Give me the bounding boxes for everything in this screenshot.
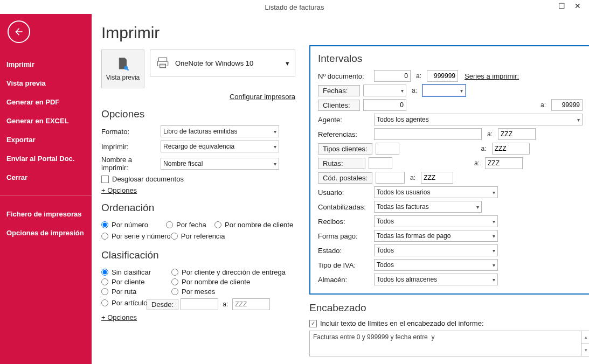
estado-label: Estado:: [318, 246, 371, 256]
clas-por-meses[interactable]: Por meses: [171, 288, 295, 296]
opciones-heading: Opciones: [101, 108, 295, 120]
usuario-select[interactable]: Todos los usuarios▾: [374, 186, 498, 198]
clas-por-ruta[interactable]: Por ruta: [101, 288, 166, 296]
encabezado-textarea[interactable]: [309, 331, 581, 356]
clas-por-articulo[interactable]: Por artículo: [101, 299, 147, 307]
rutas-button[interactable]: Rutas:: [318, 158, 365, 169]
printer-icon: [156, 56, 170, 70]
desglosar-checkbox[interactable]: [101, 176, 109, 183]
sidebar-item-exportar[interactable]: Exportar: [0, 130, 92, 149]
opciones-more-link[interactable]: + Opciones: [101, 186, 137, 194]
sidebar-item-fichero-impresoras[interactable]: Fichero de impresoras: [0, 205, 92, 223]
contab-select[interactable]: Todas las facturas▾: [374, 201, 482, 213]
fechas-from-select[interactable]: ▾: [363, 85, 406, 96]
a-label: a:: [220, 300, 230, 308]
ordenacion-heading: Ordenación: [101, 202, 295, 214]
chevron-down-icon: ▾: [272, 144, 276, 150]
estado-select[interactable]: Todos▾: [374, 244, 498, 256]
cp-button[interactable]: Cód. postales:: [318, 172, 372, 184]
a-label: a:: [485, 130, 495, 138]
clas-por-nombre-cliente[interactable]: Por nombre de cliente: [171, 278, 295, 286]
a-label: a:: [414, 72, 424, 80]
sidebar-item-excel[interactable]: Generar en EXCEL: [0, 111, 92, 130]
page-title: Imprimir: [101, 24, 295, 42]
almacen-label: Almacén:: [318, 275, 371, 285]
ndoc-from-input[interactable]: [374, 70, 411, 82]
clientes-button[interactable]: Clientes:: [318, 100, 360, 111]
configure-printer-link[interactable]: Configurar impresora: [101, 93, 295, 101]
clas-por-cliente[interactable]: Por cliente: [101, 278, 166, 286]
incluir-encabezado-checkbox[interactable]: ✓: [309, 320, 317, 327]
tipos-from-input[interactable]: [376, 143, 399, 155]
ndoc-to-input[interactable]: [427, 70, 458, 82]
hasta-input[interactable]: [232, 298, 270, 310]
orden-por-nombre[interactable]: Por nombre de cliente: [214, 221, 293, 229]
almacen-select[interactable]: Todos los almacenes▾: [374, 274, 498, 285]
imprimir-select[interactable]: Recargo de equivalencia▾: [161, 141, 279, 152]
recibos-label: Recibos:: [318, 216, 371, 227]
tipos-button[interactable]: Tipos clientes:: [318, 143, 372, 155]
a-label: a:: [472, 159, 482, 167]
recibos-select[interactable]: Todos▾: [374, 215, 498, 227]
rutas-from-input[interactable]: [369, 157, 392, 169]
sidebar-separator: [0, 195, 92, 196]
clientes-from-input[interactable]: [363, 99, 406, 111]
clasificacion-more-link[interactable]: + Opciones: [101, 313, 137, 321]
nombre-select[interactable]: Nombre fiscal▾: [161, 158, 279, 170]
a-label: a:: [408, 174, 418, 181]
desde-button[interactable]: Desde:: [147, 299, 178, 310]
fechas-button[interactable]: Fechas:: [318, 85, 360, 96]
formato-label: Formato:: [101, 128, 157, 136]
nombre-label: Nombre a imprimir:: [101, 156, 157, 172]
desde-input[interactable]: [181, 298, 218, 310]
clas-por-cliente-direccion[interactable]: Por cliente y dirección de entrega: [171, 268, 295, 276]
fechas-to-select[interactable]: ▾: [422, 85, 466, 96]
sidebar-item-vista-previa[interactable]: Vista previa: [0, 74, 92, 93]
clientes-to-input[interactable]: [551, 99, 583, 111]
svg-rect-1: [158, 58, 167, 61]
series-link[interactable]: Series a imprimir:: [465, 72, 519, 80]
sidebar-item-opciones-impresion[interactable]: Opciones de impresión: [0, 223, 92, 242]
window-maximize-icon[interactable]: ☐: [553, 0, 570, 12]
textarea-scrollbar[interactable]: ▴ ▾: [581, 331, 589, 356]
document-preview-icon: [115, 57, 130, 72]
orden-por-fecha[interactable]: Por fecha: [166, 221, 214, 229]
back-button[interactable]: [8, 20, 30, 43]
iva-select[interactable]: Todos▾: [374, 259, 498, 271]
formato-select[interactable]: Libro de facturas emitidas▾: [161, 125, 279, 137]
cp-to-input[interactable]: [421, 172, 453, 184]
intervalos-heading: Intervalos: [318, 53, 583, 65]
chevron-down-icon: ▾: [272, 129, 276, 135]
window-close-icon[interactable]: ✕: [570, 0, 586, 12]
usuario-label: Usuario:: [318, 187, 371, 198]
cp-from-input[interactable]: [376, 172, 405, 184]
rutas-to-input[interactable]: [485, 157, 523, 169]
sidebar-item-cerrar[interactable]: Cerrar: [0, 168, 92, 187]
orden-por-numero[interactable]: Por número: [101, 221, 166, 229]
printer-selector[interactable]: OneNote for Windows 10 ▾: [150, 50, 295, 76]
fpago-select[interactable]: Todas las formas de pago▾: [374, 230, 498, 242]
tipos-to-input[interactable]: [492, 143, 530, 155]
sidebar-item-portal[interactable]: Enviar al Portal Doc.: [0, 149, 92, 168]
contab-label: Contabilizadas:: [318, 202, 371, 212]
fpago-label: Forma pago:: [318, 231, 371, 241]
printer-name: OneNote for Windows 10: [175, 59, 253, 67]
chevron-down-icon: ▾: [272, 161, 276, 167]
ref-to-input[interactable]: [498, 128, 536, 140]
scroll-down-icon[interactable]: ▾: [581, 344, 589, 356]
vista-previa-button[interactable]: Vista previa: [101, 50, 144, 88]
ref-from-input[interactable]: [374, 128, 482, 140]
orden-por-referencia[interactable]: Por referencia: [171, 232, 235, 240]
chevron-down-icon: ▾: [286, 59, 289, 67]
orden-por-serie[interactable]: Por serie y número: [101, 232, 171, 240]
vista-previa-label: Vista previa: [106, 74, 140, 81]
agente-select[interactable]: Todos los agentes▾: [374, 114, 583, 125]
clas-sin-clasificar[interactable]: Sin clasificar: [101, 268, 166, 276]
sidebar-item-imprimir[interactable]: Imprimir: [0, 55, 92, 74]
intervalos-panel: Intervalos Nº documento: a: Series a imp…: [309, 45, 589, 295]
sidebar-item-pdf[interactable]: Generar en PDF: [0, 93, 92, 111]
a-label: a:: [538, 101, 548, 109]
clasificacion-heading: Clasificación: [101, 249, 295, 261]
scroll-up-icon[interactable]: ▴: [581, 331, 589, 344]
desglosar-label: Desglosar documentos: [112, 175, 184, 183]
